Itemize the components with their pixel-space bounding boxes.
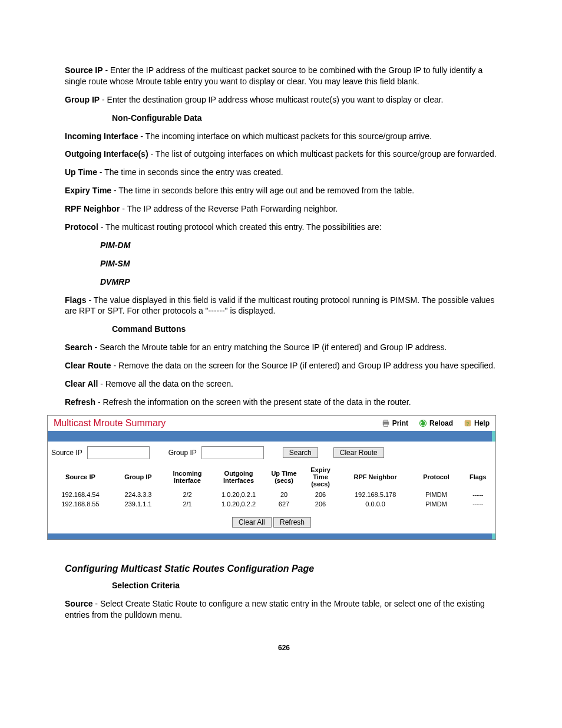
- desc-outgoing-if: - The list of outgoing interfaces on whi…: [148, 149, 497, 159]
- heading-non-configurable: Non-Configurable Data: [112, 113, 503, 124]
- page-number: 626: [65, 644, 503, 652]
- cell-flags: -----: [461, 499, 495, 509]
- search-row: Source IP Group IP Search Clear Route: [48, 442, 495, 464]
- label-group-ip: Group IP: [65, 95, 100, 104]
- label-search: Search: [65, 342, 92, 352]
- cell-expiry: 206: [302, 499, 339, 509]
- para-rpf: RPF Neighbor - The IP address of the Rev…: [65, 203, 503, 215]
- para-group-ip: Group IP - Enter the destination group I…: [65, 94, 503, 106]
- svg-text:?: ?: [466, 420, 469, 426]
- th-rpf: RPF Neighbor: [339, 464, 412, 490]
- label-refresh: Refresh: [65, 397, 95, 407]
- para-clear-route: Clear Route - Remove the data on the scr…: [65, 360, 503, 371]
- para-outgoing-if: Outgoing Interface(s) - The list of outg…: [65, 149, 503, 160]
- label-flags: Flags: [65, 295, 87, 305]
- th-group-ip: Group IP: [113, 464, 163, 490]
- print-action[interactable]: Print: [382, 419, 408, 427]
- para-expiry: Expiry Time - The time in seconds before…: [65, 185, 503, 196]
- search-source-ip-label: Source IP: [51, 449, 82, 457]
- table-row: 192.168.8.55239.1.1.12/11.0.20,0.2.26272…: [48, 499, 495, 509]
- mroute-table: Source IP Group IP Incoming Interface Ou…: [48, 464, 495, 509]
- label-source: Source: [65, 599, 92, 608]
- proto-pimdm: PIM-DM: [100, 240, 503, 251]
- para-source-ip: Source IP - Enter the IP address of the …: [65, 65, 503, 87]
- desc-rpf: - The IP address of the Reverse Path For…: [120, 204, 338, 213]
- label-protocol: Protocol: [65, 222, 98, 232]
- heading-command-buttons: Command Buttons: [112, 324, 503, 335]
- mroute-summary-panel: Multicast Mroute Summary Print Reload ? …: [47, 415, 496, 540]
- svg-rect-1: [384, 420, 388, 423]
- table-header-row: Source IP Group IP Incoming Interface Ou…: [48, 464, 495, 490]
- help-icon: ?: [464, 419, 472, 427]
- cell-incoming: 2/1: [163, 499, 211, 509]
- desc-group-ip: - Enter the destination group IP address…: [100, 95, 443, 104]
- cell-incoming: 2/2: [163, 490, 211, 499]
- search-source-ip-input[interactable]: [87, 446, 150, 459]
- help-action[interactable]: ? Help: [464, 419, 490, 427]
- desc-search: - Search the Mroute table for an entry m…: [92, 342, 447, 352]
- cell-group_ip: 239.1.1.1: [113, 499, 163, 509]
- para-flags: Flags - The value displayed in this fiel…: [65, 295, 503, 317]
- para-incoming-if: Incoming Interface - The incoming interf…: [65, 131, 503, 142]
- label-outgoing-if: Outgoing Interface(s): [65, 149, 148, 159]
- reload-icon: [419, 419, 427, 427]
- panel-title: Multicast Mroute Summary: [54, 418, 382, 429]
- search-group-ip-label: Group IP: [168, 449, 197, 457]
- cell-outgoing: 1.0.20,0.2.2: [211, 499, 266, 509]
- desc-flags: - The value displayed in this field is v…: [65, 295, 494, 316]
- label-incoming-if: Incoming Interface: [65, 131, 138, 141]
- desc-expiry: - The time in seconds before this entry …: [111, 186, 414, 195]
- para-source: Source - Select Create Static Route to c…: [65, 598, 503, 621]
- cell-uptime: 627: [266, 499, 302, 509]
- desc-clear-all: - Remove all the data on the screen.: [98, 379, 233, 388]
- para-clear-all: Clear All - Remove all the data on the s…: [65, 378, 503, 390]
- cell-source_ip: 192.168.8.55: [48, 499, 113, 509]
- desc-source-ip: - Enter the IP address of the multicast …: [65, 65, 482, 86]
- desc-uptime: - The time in seconds since the entry wa…: [97, 167, 283, 177]
- table-body: 192.168.4.54224.3.3.32/21.0.20,0.2.12020…: [48, 490, 495, 509]
- cell-protocol: PIMDM: [412, 499, 460, 509]
- proto-pimsm: PIM-SM: [100, 258, 503, 269]
- cell-protocol: PIMDM: [412, 490, 460, 499]
- cell-group_ip: 224.3.3.3: [113, 490, 163, 499]
- th-protocol: Protocol: [412, 464, 460, 490]
- reload-action[interactable]: Reload: [419, 419, 453, 427]
- cell-uptime: 20: [266, 490, 302, 499]
- cell-source_ip: 192.168.4.54: [48, 490, 113, 499]
- desc-incoming-if: - The incoming interface on which multic…: [138, 131, 432, 141]
- svg-rect-2: [384, 424, 388, 427]
- bottom-buttons: Clear All Refresh: [48, 509, 495, 533]
- desc-protocol: - The multicast routing protocol which c…: [98, 222, 382, 232]
- refresh-button[interactable]: Refresh: [273, 517, 311, 528]
- label-uptime: Up Time: [65, 167, 97, 177]
- section-title-static-routes: Configuring Multicast Static Routes Conf…: [65, 564, 503, 574]
- help-label: Help: [474, 419, 490, 427]
- para-refresh: Refresh - Refresh the information on the…: [65, 397, 503, 408]
- clear-route-button[interactable]: Clear Route: [333, 447, 384, 458]
- th-expiry: Expiry Time (secs): [302, 464, 339, 490]
- search-group-ip-input[interactable]: [201, 446, 264, 459]
- label-expiry: Expiry Time: [65, 186, 111, 195]
- search-button[interactable]: Search: [283, 447, 318, 458]
- th-source-ip: Source IP: [48, 464, 113, 490]
- cell-flags: -----: [461, 490, 495, 499]
- th-incoming: Incoming Interface: [163, 464, 211, 490]
- para-uptime: Up Time - The time in seconds since the …: [65, 167, 503, 178]
- label-rpf: RPF Neighbor: [65, 204, 120, 213]
- panel-actions: Print Reload ? Help: [382, 419, 490, 427]
- th-outgoing: Outgoing Interfaces: [211, 464, 266, 490]
- heading-selection-criteria: Selection Criteria: [112, 580, 503, 591]
- label-clear-route: Clear Route: [65, 361, 111, 370]
- label-source-ip: Source IP: [65, 65, 103, 75]
- proto-dvmrp: DVMRP: [100, 276, 503, 288]
- desc-refresh: - Refresh the information on the screen …: [95, 397, 411, 407]
- cell-outgoing: 1.0.20,0.2.1: [211, 490, 266, 499]
- clear-all-button[interactable]: Clear All: [232, 517, 272, 528]
- print-label: Print: [392, 419, 408, 427]
- divider-bar-bottom: [48, 533, 495, 539]
- table-row: 192.168.4.54224.3.3.32/21.0.20,0.2.12020…: [48, 490, 495, 499]
- cell-rpf: 0.0.0.0: [339, 499, 412, 509]
- divider-bar: [48, 431, 495, 442]
- desc-clear-route: - Remove the data on the screen for the …: [111, 361, 495, 370]
- panel-header: Multicast Mroute Summary Print Reload ? …: [48, 416, 495, 431]
